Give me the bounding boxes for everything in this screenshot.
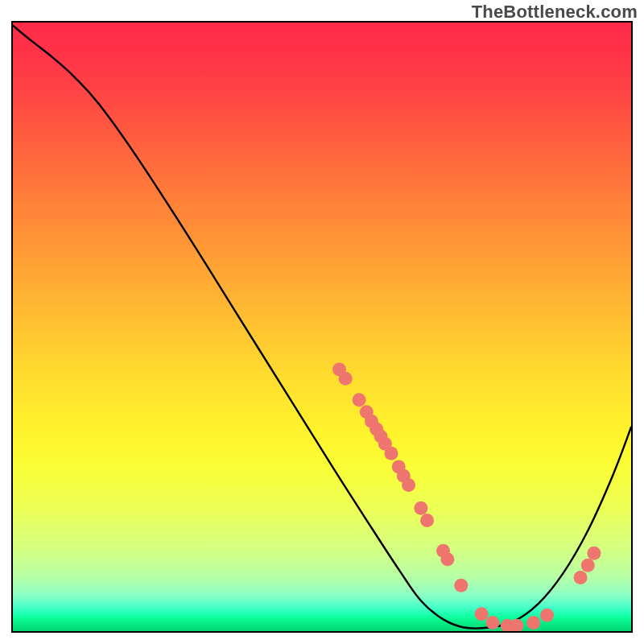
data-point-marker [540,609,554,622]
data-point-marker [353,393,366,407]
data-point-marker [454,579,468,592]
data-point-marker [339,372,353,386]
data-point-marker [581,559,595,572]
data-point-marker [475,607,489,621]
bottleneck-curve [13,23,631,631]
chart-container: TheBottleneck.com [0,0,644,644]
data-point-marker [385,447,398,460]
data-point-marker [587,547,601,560]
data-point-marker [526,616,540,630]
data-point-marker [574,571,588,584]
data-point-marker [402,478,415,492]
data-point-marker [420,514,434,527]
data-point-marker [414,502,427,515]
plot-area [11,21,633,633]
data-point-marker [485,616,499,630]
data-point-marker [440,552,454,566]
watermark-text: TheBottleneck.com [472,2,638,23]
